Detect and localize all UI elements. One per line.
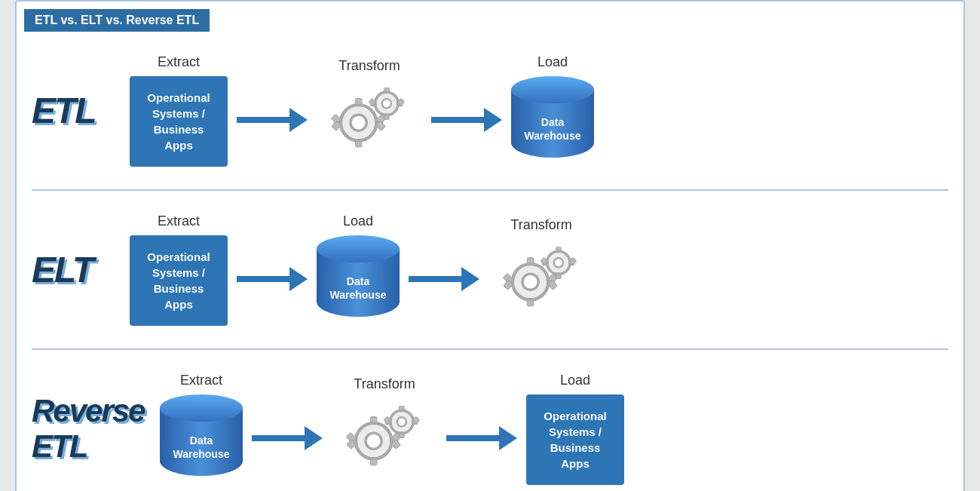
svg-point-55 [366, 434, 381, 449]
etl-arrow-2-shaft [431, 117, 484, 123]
retl-cylinder: DataWarehouse [160, 394, 243, 485]
svg-point-21 [382, 99, 391, 108]
retl-extract-section: Extract DataWarehouse [160, 373, 243, 485]
etl-arrow-1 [237, 108, 308, 132]
elt-load-section: Load DataWarehouse [317, 213, 400, 326]
retl-arrow-2-head [499, 426, 517, 450]
svg-point-11 [351, 115, 366, 130]
elt-source-box: Operational Systems / Business Apps [130, 235, 228, 326]
etl-gears [317, 80, 422, 163]
etl-extract-label: Extract [158, 54, 200, 70]
elt-cylinder-wrapper: DataWarehouse [317, 235, 400, 326]
elt-extract-section: Extract Operational Systems / Business A… [130, 213, 228, 326]
elt-arrow-2 [409, 267, 479, 291]
etl-arrow-1-shaft [237, 117, 289, 123]
retl-transform-section: Transform [332, 376, 437, 481]
elt-arrow-1-head [289, 267, 308, 291]
reverse-etl-row: ReverseETL Extract DataWarehouse [32, 350, 948, 491]
retl-arrow-1 [252, 426, 323, 450]
retl-transform-label: Transform [354, 376, 415, 392]
etl-row: ETL Extract Operational Systems / Busine… [32, 32, 948, 191]
etl-load-label: Load [537, 54, 568, 70]
etl-label: ETL [32, 90, 130, 131]
retl-cylinder-wrapper: DataWarehouse [160, 394, 243, 485]
elt-cylinder-top [317, 235, 400, 262]
retl-gears-svg [343, 406, 426, 474]
etl-cylinder-wrapper: DataWarehouse [511, 76, 594, 167]
elt-arrow-2-shaft [409, 276, 461, 282]
rows-area: ETL Extract Operational Systems / Busine… [17, 32, 963, 491]
etl-arrow-2 [431, 108, 502, 132]
retl-load-label: Load [560, 373, 590, 388]
retl-dest-box: Operational Systems / Business Apps [526, 394, 624, 485]
elt-load-label: Load [343, 213, 373, 229]
etl-transform-label: Transform [338, 58, 400, 74]
retl-arrow-1-head [305, 426, 323, 450]
elt-arrow-2-head [461, 267, 479, 291]
elt-row: ELT Extract Operational Systems / Busine… [32, 191, 948, 350]
elt-label: ELT [32, 249, 130, 290]
retl-cylinder-label: DataWarehouse [173, 434, 230, 461]
etl-source-box: Operational Systems / Business Apps [130, 76, 228, 167]
elt-extract-label: Extract [158, 213, 200, 229]
etl-transform-section: Transform [317, 58, 422, 163]
elt-arrow-1-shaft [237, 276, 289, 282]
retl-gears [332, 398, 437, 481]
elt-cylinder-label: DataWarehouse [330, 275, 387, 302]
diagram-container: ETL vs. ELT vs. Reverse ETL ETL Extract … [15, 0, 965, 491]
elt-gears-svg [500, 247, 583, 315]
elt-transform-section: Transform [488, 217, 594, 322]
svg-point-65 [397, 417, 406, 426]
title-bar: ETL vs. ELT vs. Reverse ETL [24, 9, 210, 32]
svg-point-43 [554, 258, 563, 267]
reverse-etl-label: ReverseETL [32, 394, 160, 463]
elt-gears [488, 239, 594, 322]
elt-transform-label: Transform [510, 217, 571, 233]
retl-load-section: Load Operational Systems / Business Apps [526, 373, 624, 485]
etl-cylinder-top [511, 76, 594, 103]
retl-cylinder-top [160, 394, 243, 422]
etl-cylinder: DataWarehouse [511, 76, 594, 167]
etl-arrow-1-head [289, 108, 308, 132]
retl-arrow-1-shaft [252, 435, 305, 441]
retl-arrow-2 [446, 426, 517, 450]
etl-extract-section: Extract Operational Systems / Business A… [130, 54, 228, 167]
etl-cylinder-label: DataWarehouse [525, 115, 581, 143]
etl-arrow-2-head [484, 108, 502, 132]
svg-point-33 [522, 275, 537, 290]
elt-cylinder: DataWarehouse [317, 235, 400, 326]
retl-arrow-2-shaft [446, 435, 499, 441]
etl-gears-svg [328, 87, 411, 155]
retl-extract-label: Extract [180, 373, 222, 388]
elt-arrow-1 [237, 267, 308, 291]
title-text: ETL vs. ELT vs. Reverse ETL [35, 14, 199, 26]
etl-load-section: Load DataWarehouse [511, 54, 594, 167]
